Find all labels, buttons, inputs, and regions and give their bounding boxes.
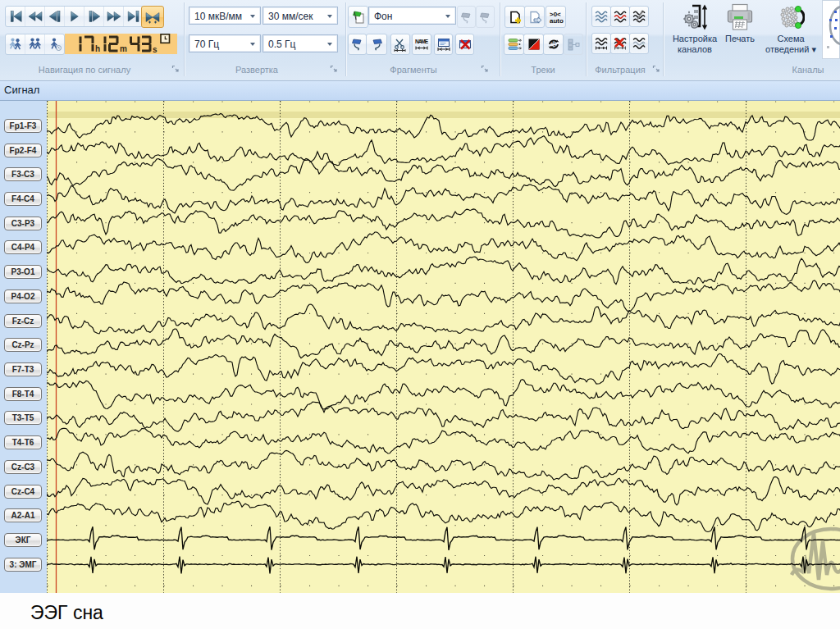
svg-text:auto: auto (550, 17, 564, 25)
svg-text:s: s (153, 45, 158, 54)
svg-text:m: m (120, 44, 127, 53)
svg-text:a2: a2 (551, 44, 556, 49)
svg-text:NAME: NAME (415, 39, 429, 44)
svg-text:h: h (95, 44, 100, 53)
